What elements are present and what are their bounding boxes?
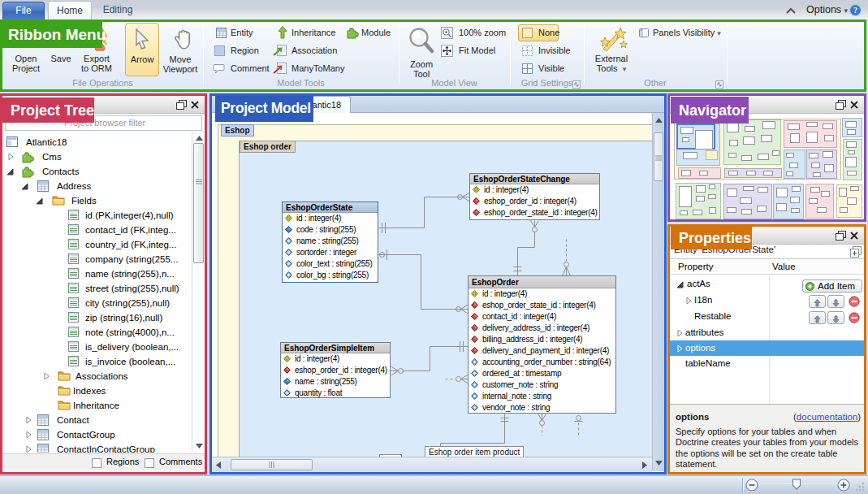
svg-text:?: ? (853, 6, 857, 15)
